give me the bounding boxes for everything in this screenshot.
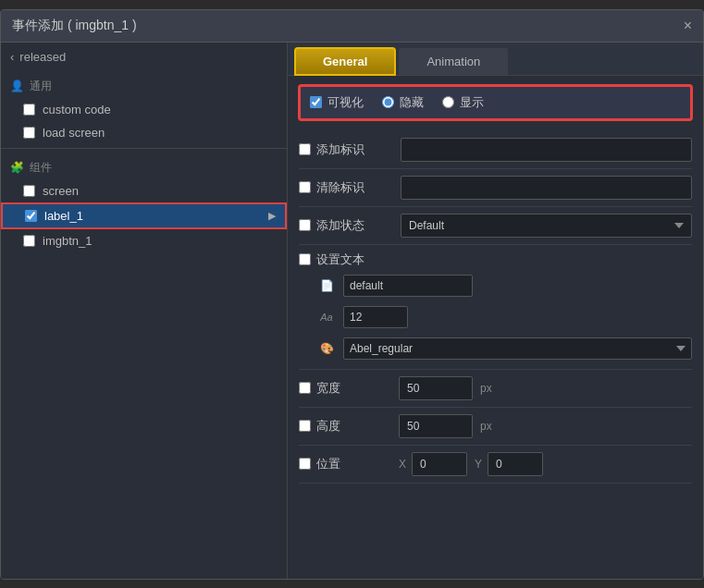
visibility-label: 可视化	[327, 94, 364, 111]
screen-label: screen	[43, 184, 79, 198]
add-state-checkbox[interactable]	[299, 219, 311, 231]
right-content: 可视化 隐藏 显示 添加标识	[288, 76, 703, 579]
position-row: 位置 X Y	[299, 446, 692, 484]
label1-checkbox[interactable]	[25, 210, 37, 222]
add-state-row: 添加状态 Default	[299, 207, 692, 245]
left-panel: ‹ released 👤 通用 custom code load screen …	[1, 43, 288, 579]
x-label: X	[399, 458, 406, 471]
visibility-row: 可视化 隐藏 显示	[299, 85, 692, 120]
component-section-label: 组件	[30, 160, 52, 176]
add-tag-label: 添加标识	[316, 141, 364, 158]
width-checkbox[interactable]	[299, 382, 311, 394]
width-label: 宽度	[316, 380, 340, 397]
y-label: Y	[475, 458, 482, 471]
left-item-load-screen[interactable]: load screen	[1, 121, 287, 144]
file-icon: 📄	[317, 279, 336, 292]
dialog-title: 事件添加 ( imgbtn_1 )	[12, 18, 137, 34]
imgbtn1-checkbox[interactable]	[23, 235, 35, 247]
left-item-label1[interactable]: label_1 ▶	[1, 202, 287, 229]
height-input[interactable]	[399, 414, 473, 438]
hidden-label: 隐藏	[400, 94, 424, 111]
height-unit: px	[480, 420, 492, 433]
set-text-row: 设置文本 📄 Aa 🎨	[299, 245, 692, 370]
height-row: 高度 px	[299, 408, 692, 446]
hidden-radio-item[interactable]: 隐藏	[382, 94, 424, 111]
left-item-imgbtn1[interactable]: imgbtn_1	[1, 229, 287, 252]
label1-label: label_1	[44, 209, 83, 223]
chevron-left-icon: ‹	[10, 50, 14, 64]
width-label-group[interactable]: 宽度	[299, 380, 391, 397]
hidden-radio[interactable]	[382, 96, 394, 108]
set-text-checkbox[interactable]	[299, 253, 311, 265]
custom-code-label: custom code	[43, 103, 111, 116]
clear-tag-input[interactable]	[401, 176, 692, 200]
visibility-checkbox[interactable]	[310, 96, 322, 108]
set-text-label: 设置文本	[316, 251, 364, 268]
back-label: released	[19, 50, 66, 64]
add-state-select[interactable]: Default	[401, 214, 692, 238]
font-size-icon: Aa	[317, 312, 336, 323]
x-position-group: X	[399, 452, 467, 476]
position-label: 位置	[316, 456, 340, 472]
custom-code-checkbox[interactable]	[23, 104, 35, 116]
clear-tag-label: 清除标识	[316, 179, 364, 196]
left-item-screen[interactable]: screen	[1, 179, 287, 202]
show-radio[interactable]	[442, 96, 454, 108]
load-screen-label: load screen	[43, 126, 105, 140]
set-text-subrow-2: Aa	[299, 303, 692, 331]
width-input[interactable]	[399, 376, 473, 400]
font-color-icon: 🎨	[317, 342, 336, 355]
section-divider	[1, 148, 287, 149]
text-value-input[interactable]	[343, 275, 473, 297]
add-tag-input[interactable]	[401, 138, 692, 162]
dialog: 事件添加 ( imgbtn_1 ) × ‹ released 👤 通用 cust…	[0, 9, 704, 580]
title-bar: 事件添加 ( imgbtn_1 ) ×	[1, 10, 703, 43]
clear-tag-check[interactable]: 清除标识	[299, 179, 391, 196]
add-tag-row: 添加标识	[299, 131, 692, 169]
load-screen-checkbox[interactable]	[23, 127, 35, 139]
set-text-check[interactable]: 设置文本	[299, 251, 391, 268]
dialog-body: ‹ released 👤 通用 custom code load screen …	[1, 43, 703, 579]
chevron-right-icon: ▶	[268, 210, 276, 222]
add-state-check[interactable]: 添加状态	[299, 217, 391, 234]
show-radio-item[interactable]: 显示	[442, 94, 484, 111]
visibility-checkbox-item[interactable]: 可视化	[310, 94, 364, 111]
show-label: 显示	[460, 94, 484, 111]
tab-general[interactable]: General	[295, 48, 395, 75]
font-size-input[interactable]	[343, 306, 408, 328]
set-text-subrow-1: 📄	[299, 272, 692, 300]
position-checkbox[interactable]	[299, 458, 311, 470]
y-position-group: Y	[475, 452, 543, 476]
add-state-label: 添加状态	[316, 217, 364, 234]
clear-tag-row: 清除标识	[299, 169, 692, 207]
component-icon: 🧩	[10, 161, 24, 174]
screen-checkbox[interactable]	[23, 185, 35, 197]
user-icon: 👤	[10, 80, 24, 92]
general-section-title: 👤 通用	[1, 71, 287, 98]
font-select[interactable]: Abel_regular	[343, 337, 692, 360]
tab-animation[interactable]: Animation	[399, 48, 508, 75]
clear-tag-checkbox[interactable]	[299, 181, 311, 193]
x-input[interactable]	[412, 452, 467, 476]
imgbtn1-label: imgbtn_1	[43, 234, 92, 248]
y-input[interactable]	[488, 452, 543, 476]
back-nav[interactable]: ‹ released	[1, 43, 287, 71]
width-row: 宽度 px	[299, 370, 692, 408]
right-tabs: General Animation	[288, 43, 703, 76]
left-item-custom-code[interactable]: custom code	[1, 98, 287, 121]
general-section-label: 通用	[30, 79, 52, 94]
add-tag-checkbox[interactable]	[299, 143, 311, 155]
close-button[interactable]: ×	[684, 18, 692, 33]
height-label-group[interactable]: 高度	[299, 418, 391, 435]
right-panel: General Animation 可视化 隐藏	[288, 43, 703, 579]
position-label-group[interactable]: 位置	[299, 456, 391, 472]
width-unit: px	[480, 382, 492, 395]
component-section-title: 🧩 组件	[1, 153, 287, 179]
height-label: 高度	[316, 418, 340, 435]
height-checkbox[interactable]	[299, 420, 311, 432]
set-text-subrow-3: 🎨 Abel_regular	[299, 335, 692, 362]
add-tag-check[interactable]: 添加标识	[299, 141, 391, 158]
